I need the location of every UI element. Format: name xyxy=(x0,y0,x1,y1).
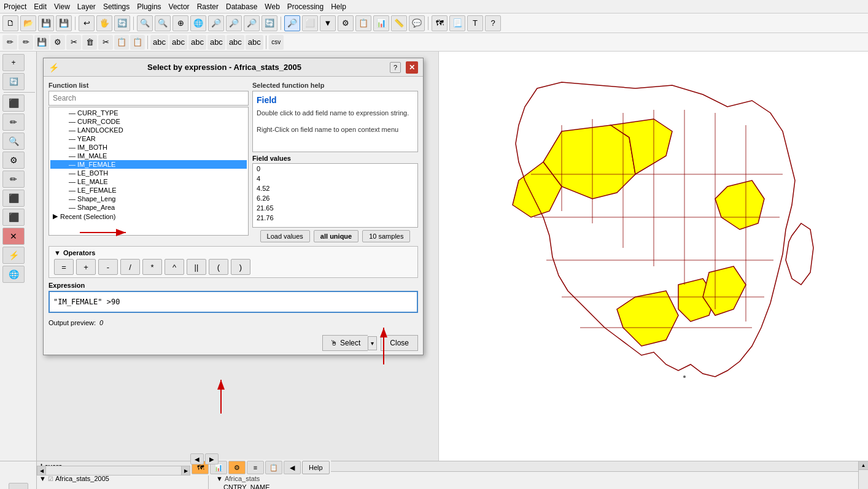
feature-row-africa[interactable]: ▼ Africa_stats xyxy=(211,474,856,483)
op-plus[interactable]: + xyxy=(76,259,96,275)
menu-raster[interactable]: Raster xyxy=(197,2,219,11)
pan-map-btn[interactable]: 🔎 xyxy=(226,15,242,31)
node-btn[interactable]: ✏ xyxy=(18,35,33,50)
bt-3[interactable]: ⚙ xyxy=(228,461,246,474)
sidebar-btn-8[interactable]: ⬛ xyxy=(2,190,25,207)
refresh-btn[interactable]: 🔄 xyxy=(114,15,130,31)
horiz-scrollbar[interactable]: ◀ ▶ xyxy=(37,466,190,476)
new-project-btn[interactable]: 🗋 xyxy=(2,15,18,31)
expression-input[interactable] xyxy=(48,291,418,313)
zoom-full-btn[interactable]: ⊕ xyxy=(172,15,188,31)
sidebar-btn-x[interactable]: ✕ xyxy=(2,228,25,245)
fv-626[interactable]: 6.26 xyxy=(253,193,417,203)
menu-edit[interactable]: Edit xyxy=(34,2,47,11)
fv-2165[interactable]: 21.65 xyxy=(253,203,417,213)
op-pow[interactable]: ^ xyxy=(165,259,184,275)
bottom-btn-1[interactable]: ↕ xyxy=(9,483,28,490)
func-item-le-male[interactable]: — LE_MALE xyxy=(50,177,247,186)
op-mul[interactable]: * xyxy=(142,259,162,275)
annotate-btn[interactable]: 💬 xyxy=(409,15,425,31)
paste-feat-btn[interactable]: 📋 xyxy=(130,35,145,50)
menu-web[interactable]: Web xyxy=(265,2,279,11)
func-item-curr-code[interactable]: — CURR_CODE xyxy=(50,117,247,126)
operators-header[interactable]: ▼ Operators xyxy=(54,249,413,256)
func-item-year[interactable]: — YEAR xyxy=(50,134,247,143)
label5-btn[interactable]: abc xyxy=(227,35,244,50)
select-area-btn[interactable]: ⬜ xyxy=(302,15,318,31)
africa-layer-label[interactable]: Africa_stats_2005 xyxy=(55,475,109,482)
func-item-shape-leng[interactable]: — Shape_Leng xyxy=(50,194,247,203)
sidebar-btn-7[interactable]: ✏ xyxy=(2,171,25,188)
help2-btn[interactable]: ? xyxy=(485,15,501,31)
fv-2176[interactable]: 21.76 xyxy=(253,213,417,223)
bt-4[interactable]: ≡ xyxy=(247,461,264,474)
sidebar-btn-2[interactable]: 🔄 xyxy=(2,73,25,90)
menu-view[interactable]: View xyxy=(54,2,70,11)
expand-africa-icon[interactable]: ▼ xyxy=(216,475,223,482)
stat-btn[interactable]: 📊 xyxy=(373,15,389,31)
scroll-up-btn[interactable]: ▲ xyxy=(859,461,868,470)
add-feat-btn[interactable]: ⚙ xyxy=(50,35,65,50)
op-concat[interactable]: || xyxy=(187,259,206,275)
digitize-btn[interactable]: ✏ xyxy=(2,35,17,50)
expand-icon-africa[interactable]: ▼ xyxy=(39,475,46,482)
scroll-left-btn[interactable]: ◀ xyxy=(37,466,46,475)
move-feat-btn[interactable]: ✂ xyxy=(66,35,81,50)
dialog-close-btn[interactable]: ✕ xyxy=(406,61,418,74)
op-eq[interactable]: = xyxy=(54,259,74,275)
open-attr-btn[interactable]: 📋 xyxy=(355,15,371,31)
sidebar-btn-5[interactable]: 🔍 xyxy=(2,133,25,150)
save-as-btn[interactable]: 💾 xyxy=(56,15,72,31)
fv-4[interactable]: 4 xyxy=(253,174,417,183)
save-project-btn[interactable]: 💾 xyxy=(38,15,54,31)
menu-processing[interactable]: Processing xyxy=(287,2,324,11)
measure-btn[interactable]: 📏 xyxy=(391,15,407,31)
op-div[interactable]: / xyxy=(120,259,140,275)
menu-database[interactable]: Database xyxy=(226,2,257,11)
cut-feat-btn[interactable]: ✂ xyxy=(98,35,113,50)
select-dropdown-btn[interactable]: ▾ xyxy=(368,336,377,350)
func-item-shape-area[interactable]: — Shape_Area xyxy=(50,203,247,212)
nav-right[interactable]: ▶ xyxy=(205,453,219,464)
func-item-landlocked[interactable]: — LANDLOCKED xyxy=(50,126,247,134)
func-item-im-female[interactable]: — IM_FEMALE xyxy=(50,160,247,169)
select-btn[interactable]: ▼ xyxy=(320,15,336,31)
load-values-btn[interactable]: Load values xyxy=(260,230,310,242)
scroll-right-btn[interactable]: ▶ xyxy=(181,466,190,475)
label4-btn[interactable]: abc xyxy=(207,35,225,50)
func-item-le-female[interactable]: — LE_FEMALE xyxy=(50,186,247,194)
func-item-curr-type[interactable]: — CURR_TYPE xyxy=(50,109,247,117)
text-btn[interactable]: T xyxy=(467,15,483,31)
sidebar-btn-1[interactable]: + xyxy=(2,54,25,71)
sidebar-btn-9[interactable]: ⬛ xyxy=(2,209,25,226)
op-lparen[interactable]: ( xyxy=(209,259,228,275)
func-item-le-both[interactable]: — LE_BOTH xyxy=(50,169,247,177)
compose-btn[interactable]: 🗺 xyxy=(432,15,448,31)
label3-btn[interactable]: abc xyxy=(188,35,206,50)
func-group-recent[interactable]: ▶ Recent (Selection) xyxy=(50,212,247,221)
zoom-prev-btn[interactable]: 🔎 xyxy=(244,15,260,31)
open-project-btn[interactable]: 📂 xyxy=(20,15,36,31)
dialog-help-btn[interactable]: ? xyxy=(390,62,401,73)
sidebar-btn-4[interactable]: ✏ xyxy=(2,114,25,131)
identify-btn[interactable]: 🔎 xyxy=(284,15,300,31)
op-rparen[interactable]: ) xyxy=(231,259,250,275)
feature-row-cntry[interactable]: CNTRY_NAME xyxy=(211,483,856,489)
copy-feat-btn[interactable]: 📋 xyxy=(114,35,129,50)
layer-checkbox[interactable]: ☑ xyxy=(48,476,53,482)
func-item-im-male[interactable]: — IM_MALE xyxy=(50,152,247,160)
help-bottom-btn[interactable]: Help xyxy=(302,461,330,474)
zoom-in-btn[interactable]: 🔍 xyxy=(137,15,153,31)
sidebar-btn-3[interactable]: ⬛ xyxy=(2,94,25,112)
atlas-btn[interactable]: 📃 xyxy=(449,15,465,31)
close-dialog-btn[interactable]: Close xyxy=(381,335,418,351)
africa-feature-label[interactable]: Africa_stats xyxy=(225,475,260,482)
menu-plugins[interactable]: Plugins xyxy=(137,2,161,11)
label2-btn[interactable]: abc xyxy=(169,35,187,50)
save-edit-btn[interactable]: 💾 xyxy=(34,35,49,50)
select-main-btn[interactable]: 🖱 Select xyxy=(322,335,368,351)
fv-452[interactable]: 4.52 xyxy=(253,183,417,193)
sidebar-btn-6[interactable]: ⚙ xyxy=(2,152,25,169)
map-area[interactable] xyxy=(438,52,868,461)
undo-btn[interactable]: ↩ xyxy=(79,15,95,31)
